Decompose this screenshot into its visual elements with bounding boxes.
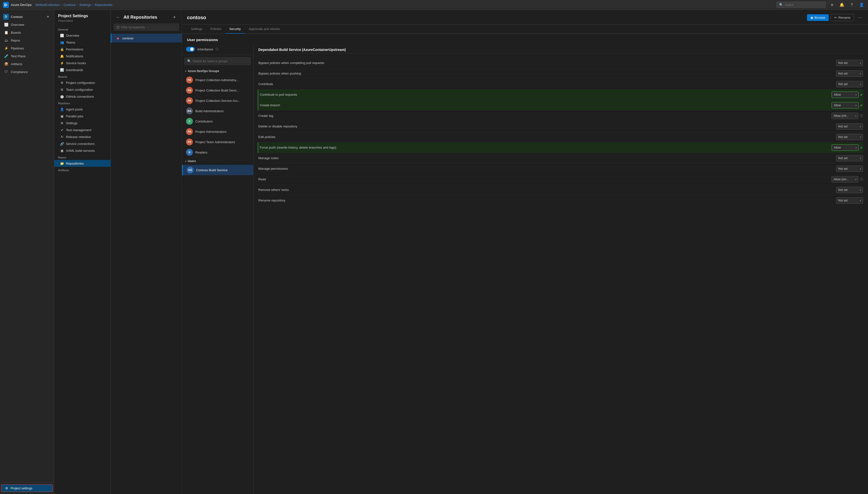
- settings-item-service-hooks[interactable]: ⚡Service hooks: [54, 59, 111, 66]
- perm-select-11[interactable]: Not setAllowDenyAllow (inh...: [831, 176, 859, 183]
- settings-item-dashboards[interactable]: 📊Dashboards: [54, 66, 111, 73]
- help-icon[interactable]: ?: [848, 1, 855, 8]
- perm-row-11: Read Not setAllowDenyAllow (inh... ⓘ: [258, 174, 863, 185]
- search-input[interactable]: [785, 3, 823, 7]
- group-avatar-6: PA: [186, 138, 193, 146]
- settings-section-boards: Boards: [54, 73, 111, 79]
- settings-item-github[interactable]: ⬤GitHub connections: [54, 93, 111, 100]
- sidebar-item-boards[interactable]: 📋 Boards: [0, 28, 54, 36]
- app-logo[interactable]: Azure DevOps: [3, 2, 32, 8]
- users-section-header[interactable]: ▾ Users: [182, 157, 253, 165]
- sidebar-item-pipelines[interactable]: ⚡ Pipelines: [0, 44, 54, 52]
- bell-icon[interactable]: 🔔: [838, 1, 845, 8]
- section-title-row: User permissions: [182, 34, 868, 44]
- group-item-7[interactable]: R Readers: [182, 147, 253, 157]
- overview-icon: ⬜: [4, 22, 8, 27]
- rename-button[interactable]: ✏ Rename: [831, 14, 854, 21]
- global-search[interactable]: 🔍: [776, 2, 826, 8]
- project-name: Contoso: [11, 15, 23, 19]
- perm-name-0: Bypass policies when completing pull req…: [258, 61, 836, 65]
- sidebar-item-compliance[interactable]: 🛡 Compliance: [0, 68, 54, 76]
- repos-filter[interactable]: ⚿: [114, 24, 179, 31]
- repo-item-contoso[interactable]: ◆ contoso: [111, 34, 182, 42]
- info-icon-5: ⓘ: [860, 114, 863, 118]
- perm-select-5[interactable]: Not setAllowDenyAllow (inh...: [831, 113, 859, 119]
- group-item-3[interactable]: BA Build Administrators: [182, 106, 253, 116]
- repos-back-button[interactable]: ←: [115, 14, 121, 21]
- perm-control-2: Not setAllowDeny: [836, 81, 863, 87]
- tab-settings[interactable]: Settings: [187, 25, 207, 34]
- tab-policies[interactable]: Policies: [207, 25, 225, 34]
- perm-select-2[interactable]: Not setAllowDeny: [836, 81, 863, 87]
- settings-item-parallel-jobs[interactable]: ▣Parallel jobs: [54, 113, 111, 119]
- search-users-input[interactable]: [193, 59, 248, 63]
- settings-item-service-connections[interactable]: 🔗Service connections: [54, 140, 111, 147]
- group-item-4[interactable]: C Contributors: [182, 116, 253, 127]
- perm-select-0[interactable]: Not setAllowDeny: [836, 60, 863, 66]
- perm-select-8[interactable]: Not setAllowDeny: [832, 145, 859, 151]
- sidebar-item-artifacts[interactable]: 📦 Artifacts: [0, 60, 54, 68]
- check-icon-8: ✔: [860, 146, 863, 150]
- settings-item-release-retention[interactable]: ↻Release retention: [54, 133, 111, 140]
- perm-select-4[interactable]: Not setAllowDeny: [832, 102, 859, 109]
- perm-control-8: Not setAllowDeny ✔: [832, 145, 863, 151]
- add-project-button[interactable]: +: [45, 14, 51, 20]
- browse-button[interactable]: ◉ Browse: [807, 14, 829, 21]
- user-item-0[interactable]: DS Contoso Build Service: [182, 165, 253, 175]
- project-settings-label: Project settings: [11, 487, 33, 490]
- group-item-0[interactable]: PA Project Collection Administra...: [182, 75, 253, 85]
- project-settings-item[interactable]: ⚙ Project settings: [1, 484, 53, 492]
- perm-select-12[interactable]: Not setAllowDeny: [836, 187, 863, 193]
- groups-section-header[interactable]: ▾ Azure DevOps Groups: [182, 68, 253, 75]
- settings-item-agent-pools[interactable]: 👤Agent pools: [54, 106, 111, 113]
- breadcrumb-item-2[interactable]: Settings: [79, 3, 91, 7]
- group-item-5[interactable]: PA Project Administrators: [182, 127, 253, 137]
- perm-select-1[interactable]: Not setAllowDeny: [836, 70, 863, 77]
- group-item-6[interactable]: PA Project Team Administrators: [182, 137, 253, 147]
- more-actions-button[interactable]: ⋯: [856, 14, 863, 21]
- users-chevron-icon: ▾: [185, 160, 186, 163]
- tab-security[interactable]: Security: [225, 25, 245, 34]
- group-item-2[interactable]: PA Project Collection Service Acc...: [182, 95, 253, 106]
- perm-control-4: Not setAllowDeny ✔: [832, 102, 863, 109]
- users-search[interactable]: 🔍: [185, 57, 251, 65]
- breadcrumb-item-1[interactable]: Contoso: [63, 3, 75, 7]
- perm-header-title: Dependabot Build Service (AzureContainer…: [258, 48, 863, 54]
- perm-select-3[interactable]: Not setAllowDeny: [832, 92, 859, 98]
- perm-name-13: Rename repository: [258, 198, 836, 203]
- settings-item-pipeline-settings[interactable]: ⚙Settings: [54, 119, 111, 127]
- settings-item-team-config[interactable]: ⚙Team configuration: [54, 86, 111, 93]
- repos-panel-title: All Repositories: [123, 15, 157, 20]
- inheritance-toggle[interactable]: [186, 47, 195, 52]
- settings-item-notifications[interactable]: 🔔Notifications: [54, 53, 111, 59]
- perm-select-7[interactable]: Not setAllowDeny: [836, 134, 863, 140]
- sidebar-item-repos[interactable]: 🗂 Repos: [0, 36, 54, 44]
- group-name-2: Project Collection Service Acc...: [195, 99, 240, 102]
- user-icon[interactable]: 👤: [858, 1, 865, 8]
- repos-filter-input[interactable]: [121, 25, 176, 29]
- breadcrumb-item-0[interactable]: DefaultCollection: [36, 3, 60, 7]
- settings-item-teams[interactable]: 👥Teams: [54, 39, 111, 46]
- add-repo-button[interactable]: +: [171, 14, 178, 21]
- perm-select-6[interactable]: Not setAllowDeny: [836, 123, 863, 130]
- settings-item-project-config[interactable]: ⚙Project configuration: [54, 79, 111, 86]
- sidebar-item-testplans[interactable]: 🧪 Test Plans: [0, 52, 54, 60]
- list-icon[interactable]: ≡: [829, 1, 835, 8]
- settings-item-test-management[interactable]: ✔Test management: [54, 127, 111, 133]
- breadcrumb-item-3[interactable]: Repositories: [95, 3, 112, 7]
- perm-select-13[interactable]: Not setAllowDeny: [836, 197, 863, 204]
- tab-approvals[interactable]: Approvals and checks: [245, 25, 284, 34]
- app-layout: D Contoso + ⬜ Overview 📋 Boards 🗂 Repos …: [0, 0, 868, 494]
- sidebar-item-overview[interactable]: ⬜ Overview: [0, 21, 54, 28]
- perm-select-9[interactable]: Not setAllowDeny: [836, 155, 863, 162]
- perm-control-11: Not setAllowDenyAllow (inh... ⓘ: [831, 176, 863, 183]
- group-item-1[interactable]: PA Project Collection Build Servi...: [182, 85, 253, 95]
- settings-item-repositories[interactable]: 📁Repositories: [54, 160, 111, 167]
- perm-select-10[interactable]: Not setAllowDeny: [836, 166, 863, 172]
- inheritance-info-icon[interactable]: ⓘ: [215, 47, 218, 52]
- settings-section-pipelines: Pipelines: [54, 100, 111, 106]
- search-icon: 🔍: [779, 3, 783, 7]
- settings-item-overview[interactable]: ⬜Overview: [54, 32, 111, 39]
- settings-item-xaml[interactable]: ▣XAML build services: [54, 147, 111, 154]
- settings-item-permissions[interactable]: 🔒Permissions: [54, 46, 111, 53]
